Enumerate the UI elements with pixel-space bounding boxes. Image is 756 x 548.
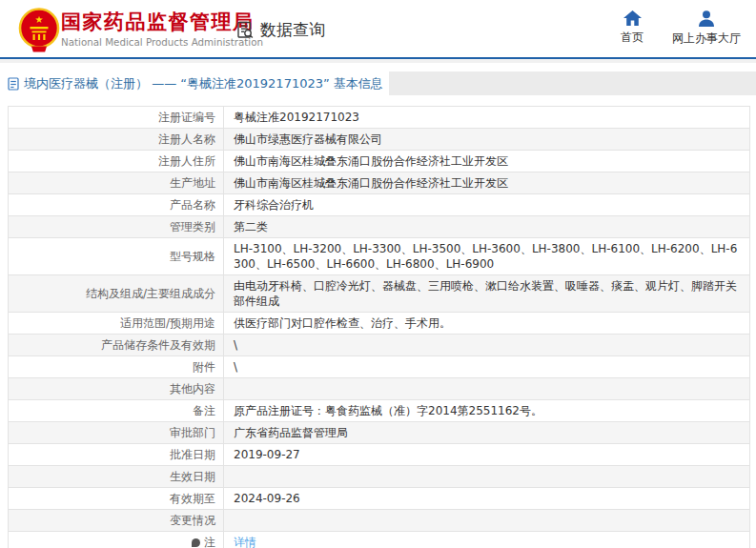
page-title: 境内医疗器械（注册） —— “粤械注准20192171023” 基本信息 [24, 75, 383, 92]
field-value: 牙科综合治疗机 [224, 194, 750, 216]
field-value [224, 378, 750, 400]
field-value: 供医疗部门对口腔作检查、治疗、手术用。 [224, 313, 750, 335]
field-label: 产品储存条件及有效期 [9, 335, 224, 356]
table-row: 注册人名称佛山市绿惠医疗器械有限公司 [9, 129, 750, 151]
table-row: 有效期至2024-09-26 [9, 488, 750, 510]
field-label: 注册人名称 [9, 129, 224, 151]
header-divider [0, 59, 756, 63]
registration-info-table: 注册证编号粤械注准20192171023注册人名称佛山市绿惠医疗器械有限公司注册… [8, 106, 750, 548]
header-nav: 首页 网上办事大厅 [621, 10, 741, 47]
table-row: 其他内容 [9, 378, 750, 400]
table-row: 结构及组成/主要组成成分由电动牙科椅、口腔冷光灯、器械盘、三用喷枪、漱口给水装置… [9, 275, 750, 313]
field-label: 审批部门 [9, 422, 224, 444]
agency-name-en: National Medical Products Administration [61, 36, 263, 48]
breadcrumb-bar: 境内医疗器械（注册） —— “粤械注准20192171023” 基本信息 [0, 71, 756, 95]
nav-item-home[interactable]: 首页 [621, 10, 644, 47]
breadcrumb: 境内医疗器械（注册） —— “粤械注准20192171023” 基本信息 [0, 71, 389, 95]
field-label: 注 [9, 532, 224, 548]
data-query-section-link[interactable]: 数据查询 [235, 19, 325, 41]
field-label: 结构及组成/主要组成成分 [9, 275, 224, 313]
table-row: 审批部门广东省药品监督管理局 [9, 422, 750, 444]
field-label: 产品名称 [9, 194, 224, 216]
nav-service-hall-label: 网上办事大厅 [672, 30, 741, 47]
table-row: 生产地址佛山市南海区桂城叠东涌口股份合作经济社工业开发区 [9, 173, 750, 194]
field-label: 批准日期 [9, 444, 224, 466]
svg-text:★: ★ [35, 14, 44, 25]
field-value: 佛山市绿惠医疗器械有限公司 [224, 129, 750, 151]
field-label: 附件 [9, 356, 224, 378]
field-label: 备注 [9, 400, 224, 422]
field-value: 佛山市南海区桂城叠东涌口股份合作经济社工业开发区 [224, 173, 750, 194]
field-value [224, 466, 750, 488]
table-row: 产品名称牙科综合治疗机 [9, 194, 750, 216]
field-value: 2019-09-27 [224, 444, 750, 466]
home-icon [623, 10, 642, 26]
table-row: 批准日期2019-09-27 [9, 444, 750, 466]
table-row: 生效日期 [9, 466, 750, 488]
table-row: 备注原产品注册证号：粤食药监械（准）字2014第2551162号。 [9, 400, 750, 422]
field-value: 原产品注册证号：粤食药监械（准）字2014第2551162号。 [224, 400, 750, 422]
site-header: ★ 国家药品监督管理局 National Medical Products Ad… [0, 0, 756, 59]
user-icon [698, 10, 715, 27]
field-label: 变更情况 [9, 510, 224, 532]
document-icon [8, 77, 19, 91]
table-row: 型号规格LH-3100、LH-3200、LH-3300、LH-3500、LH-3… [9, 238, 750, 275]
field-label: 有效期至 [9, 488, 224, 510]
table-row: 产品储存条件及有效期\ [9, 335, 750, 356]
field-value: 粤械注准20192171023 [224, 107, 750, 129]
search-document-icon [235, 20, 255, 40]
field-value: 详情 [224, 532, 750, 548]
nav-home-label: 首页 [621, 30, 644, 46]
field-value: \ [224, 335, 750, 356]
field-label: 注册人住所 [9, 151, 224, 173]
field-value: 广东省药品监督管理局 [224, 422, 750, 444]
field-label: 适用范围/预期用途 [9, 313, 224, 335]
table-row: 变更情况 [9, 510, 750, 532]
field-label: 生效日期 [9, 466, 224, 488]
field-label: 生产地址 [9, 173, 224, 194]
table-row: 注详情 [9, 532, 750, 548]
table-row: 附件\ [9, 356, 750, 378]
table-row: 管理类别第二类 [9, 216, 750, 238]
table-row: 注册人住所佛山市南海区桂城叠东涌口股份合作经济社工业开发区 [9, 151, 750, 173]
field-label: 管理类别 [9, 216, 224, 238]
table-row: 注册证编号粤械注准20192171023 [9, 107, 750, 129]
field-value: 佛山市南海区桂城叠东涌口股份合作经济社工业开发区 [224, 151, 750, 173]
nav-item-service-hall[interactable]: 网上办事大厅 [672, 10, 741, 47]
detail-link[interactable]: 详情 [234, 536, 256, 548]
field-value [224, 510, 750, 532]
agency-name-cn: 国家药品监督管理局 [61, 10, 263, 35]
field-value: \ [224, 356, 750, 378]
agency-title-block[interactable]: 国家药品监督管理局 National Medical Products Admi… [61, 10, 263, 48]
field-label: 其他内容 [9, 378, 224, 400]
national-emblem-logo[interactable]: ★ [17, 7, 61, 53]
table-row: 适用范围/预期用途供医疗部门对口腔作检查、治疗、手术用。 [9, 313, 750, 335]
field-value: 2024-09-26 [224, 488, 750, 510]
data-query-label: 数据查询 [260, 19, 325, 41]
note-icon [192, 538, 200, 547]
field-value: 第二类 [224, 216, 750, 238]
field-label: 型号规格 [9, 238, 224, 275]
field-label: 注册证编号 [9, 107, 224, 129]
field-value: 由电动牙科椅、口腔冷光灯、器械盘、三用喷枪、漱口给水装置、吸唾器、痰盂、观片灯、… [224, 275, 750, 313]
field-value: LH-3100、LH-3200、LH-3300、LH-3500、LH-3600、… [224, 238, 750, 275]
